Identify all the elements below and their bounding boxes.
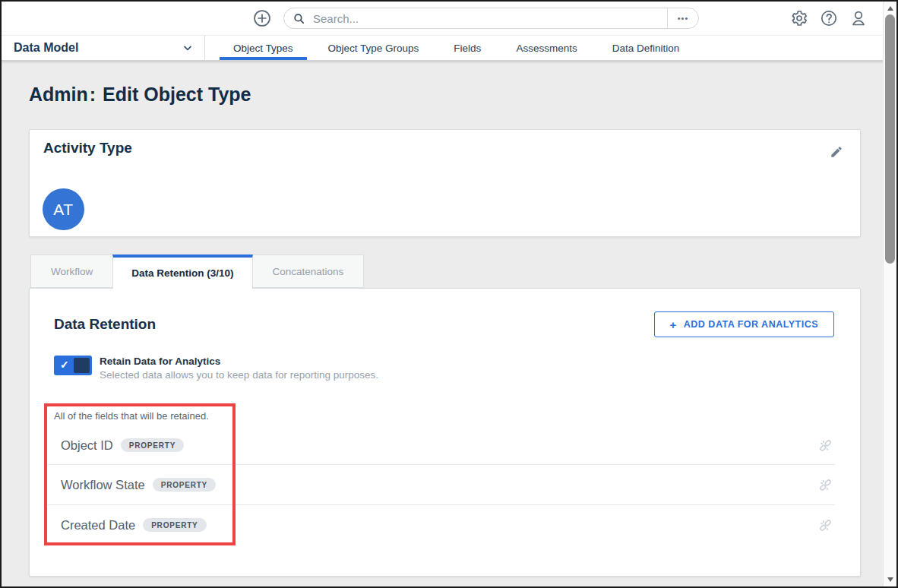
check-icon: ✓ [60, 359, 69, 371]
vertical-scrollbar[interactable] [883, 2, 896, 586]
search-bar[interactable]: ••• [283, 8, 699, 29]
nav-tab-object-type-groups[interactable]: Object Type Groups [311, 36, 437, 60]
nav-tab-data-definition[interactable]: Data Definition [595, 36, 697, 60]
scrollbar-up-arrow[interactable] [884, 2, 896, 14]
retained-field-row: Created Date PROPERTY [48, 504, 835, 545]
field-name: Created Date [61, 518, 135, 533]
retained-fields-list: Object ID PROPERTY Workflow Stat [48, 426, 835, 545]
retain-data-toggle-description: Selected data allows you to keep data fo… [100, 368, 378, 381]
add-new-icon[interactable] [252, 8, 272, 28]
field-name: Workflow State [61, 478, 145, 492]
object-type-avatar: AT [43, 188, 84, 230]
unlink-icon[interactable] [818, 518, 833, 533]
page-title: Admin:Edit Object Type [29, 84, 251, 106]
retain-data-toggle-row: ✓ Retain Data for Analytics Selected dat… [54, 356, 378, 381]
nav-tab-assessments[interactable]: Assessments [498, 36, 594, 60]
retain-data-toggle[interactable]: ✓ [54, 356, 92, 375]
page-title-prefix: Admin [29, 84, 88, 105]
add-data-button-label: ADD DATA FOR ANALYTICS [684, 319, 818, 330]
search-options-ellipsis-icon[interactable]: ••• [667, 8, 698, 28]
app-window: ••• [0, 0, 898, 588]
retain-data-toggle-label: Retain Data for Analytics [100, 356, 378, 368]
data-model-dropdown[interactable]: Data Model [2, 36, 205, 60]
scrollbar-thumb[interactable] [885, 14, 895, 264]
unlink-icon[interactable] [818, 438, 833, 453]
admin-nav-bar: Data Model Object Types Object Type Grou… [2, 35, 896, 61]
object-type-name: Activity Type [43, 140, 132, 156]
add-data-for-analytics-button[interactable]: + ADD DATA FOR ANALYTICS [654, 311, 834, 337]
nav-tab-object-types[interactable]: Object Types [216, 36, 311, 60]
detail-tabs: Workflow Data Retention (3/10) Concatena… [30, 254, 364, 288]
page-content: Admin:Edit Object Type Activity Type AT … [2, 61, 896, 588]
nav-tab-fields[interactable]: Fields [436, 36, 498, 60]
chevron-down-icon [182, 42, 194, 54]
page-title-main: Edit Object Type [103, 84, 251, 105]
top-right-icons [790, 9, 868, 27]
tab-concatenations[interactable]: Concatenations [252, 254, 365, 288]
data-retention-heading: Data Retention [54, 316, 156, 333]
scrollbar-down-arrow[interactable] [884, 574, 896, 586]
page-title-colon: : [90, 84, 96, 105]
user-profile-icon[interactable] [849, 9, 868, 27]
property-badge: PROPERTY [153, 478, 216, 492]
data-retention-panel: Data Retention + ADD DATA FOR ANALYTICS … [29, 288, 861, 577]
retained-field-row: Object ID PROPERTY [48, 426, 835, 464]
tab-workflow[interactable]: Workflow [30, 254, 113, 288]
nav-tabs: Object Types Object Type Groups Fields A… [216, 36, 697, 60]
unlink-icon[interactable] [818, 478, 833, 492]
tab-data-retention[interactable]: Data Retention (3/10) [112, 254, 252, 289]
search-input[interactable] [311, 11, 667, 26]
edit-pencil-icon[interactable] [830, 145, 843, 159]
settings-gear-icon[interactable] [790, 9, 808, 27]
toggle-knob [74, 358, 90, 373]
field-name: Object ID [61, 438, 113, 453]
property-badge: PROPERTY [121, 438, 184, 452]
help-icon[interactable] [820, 9, 838, 27]
retained-field-row: Workflow State PROPERTY [48, 464, 835, 504]
data-model-label: Data Model [14, 41, 78, 55]
search-icon [292, 12, 305, 25]
property-badge: PROPERTY [143, 518, 206, 532]
object-type-card: Activity Type AT [29, 129, 861, 237]
retained-fields-caption: All of the fields that will be retained. [54, 410, 209, 422]
top-bar: ••• [2, 2, 896, 35]
plus-icon: + [670, 318, 677, 331]
